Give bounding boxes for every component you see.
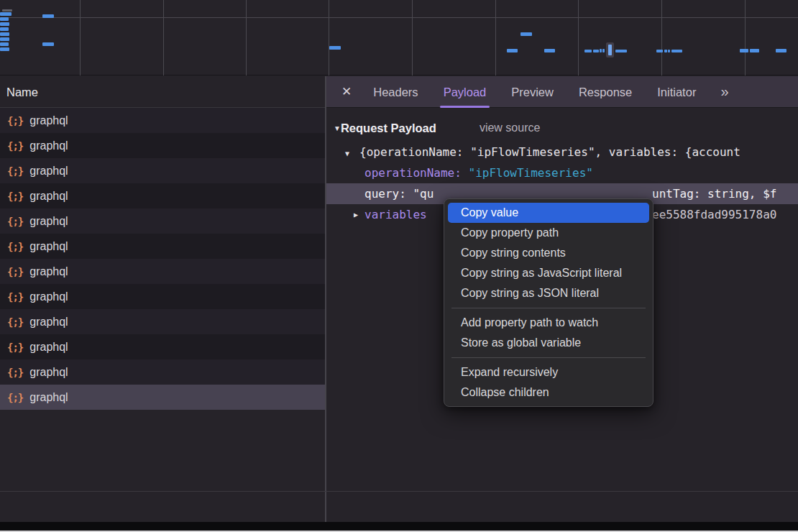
property-value-continued: ee5588fdad995178a0 bbox=[652, 204, 776, 225]
grid-line bbox=[495, 0, 496, 75]
detail-tab-bar: ✕ HeadersPayloadPreviewResponseInitiator… bbox=[326, 76, 798, 108]
waterfall-bar bbox=[0, 47, 9, 51]
menu-item-expand-recursively[interactable]: Expand recursively bbox=[444, 362, 653, 382]
tab-headers[interactable]: Headers bbox=[371, 76, 420, 108]
request-row[interactable]: {;}graphql bbox=[0, 234, 325, 259]
request-name: graphql bbox=[29, 190, 68, 203]
request-list: {;}graphql{;}graphql{;}graphql{;}graphql… bbox=[0, 108, 325, 410]
name-column-header[interactable]: Name bbox=[0, 76, 325, 108]
request-payload-header: ▼Request Payload view source bbox=[326, 117, 798, 139]
request-row[interactable]: {;}graphql bbox=[0, 385, 325, 410]
waterfall-bar bbox=[584, 50, 592, 52]
json-braces-icon: {;} bbox=[7, 216, 23, 227]
request-name: graphql bbox=[29, 114, 68, 127]
bottom-divider bbox=[0, 491, 798, 492]
expand-triangle-icon[interactable]: ▼ bbox=[334, 124, 341, 132]
json-braces-icon: {;} bbox=[7, 341, 23, 353]
menu-separator bbox=[451, 357, 646, 358]
grid-line bbox=[163, 0, 164, 75]
menu-item-copy-string-as-javascript-literal[interactable]: Copy string as JavaScript literal bbox=[444, 263, 653, 283]
expand-triangle-icon[interactable]: ▼ bbox=[345, 143, 359, 162]
json-braces-icon: {;} bbox=[7, 165, 23, 177]
request-row[interactable]: {;}graphql bbox=[0, 183, 325, 208]
property-key: variables bbox=[364, 208, 427, 221]
menu-separator bbox=[451, 308, 646, 308]
close-icon[interactable]: ✕ bbox=[341, 84, 352, 99]
grid-line bbox=[0, 17, 798, 18]
menu-item-copy-string-as-json-literal[interactable]: Copy string as JSON literal bbox=[444, 283, 653, 303]
tab-preview[interactable]: Preview bbox=[509, 76, 556, 108]
waterfall-bar bbox=[600, 49, 602, 52]
menu-item-copy-string-contents[interactable]: Copy string contents bbox=[444, 243, 653, 263]
grid-line bbox=[80, 0, 81, 75]
grid-line bbox=[246, 0, 247, 75]
request-list-panel: Name {;}graphql{;}graphql{;}graphql{;}gr… bbox=[0, 76, 325, 491]
json-braces-icon: {;} bbox=[7, 140, 23, 152]
request-row[interactable]: {;}graphql bbox=[0, 359, 325, 385]
menu-item-copy-property-path[interactable]: Copy property path bbox=[444, 223, 653, 243]
request-row[interactable]: {;}graphql bbox=[0, 133, 325, 158]
request-row[interactable]: {;}graphql bbox=[0, 108, 325, 133]
waterfall-bar bbox=[740, 49, 748, 52]
json-braces-icon: {;} bbox=[7, 266, 23, 278]
object-preview-text: {operationName: "ipFlowTimeseries", vari… bbox=[359, 145, 740, 159]
json-braces-icon: {;} bbox=[7, 115, 23, 127]
menu-item-collapse-children[interactable]: Collapse children bbox=[444, 382, 653, 403]
request-row[interactable]: {;}graphql bbox=[0, 158, 325, 183]
waterfall-bar bbox=[0, 27, 9, 31]
request-name: graphql bbox=[29, 341, 68, 354]
request-name: graphql bbox=[29, 165, 68, 178]
property-value-start: "qu bbox=[413, 187, 434, 201]
json-braces-icon: {;} bbox=[7, 367, 23, 378]
collapse-triangle-icon[interactable]: ▶ bbox=[354, 204, 358, 225]
object-preview-row[interactable]: ▼{operationName: "ipFlowTimeseries", var… bbox=[326, 142, 798, 162]
grid-line bbox=[412, 0, 413, 75]
network-overview-waterfall[interactable] bbox=[0, 0, 798, 75]
property-key: operationName: bbox=[364, 166, 469, 180]
waterfall-bar bbox=[750, 49, 759, 52]
waterfall-bar bbox=[668, 50, 670, 52]
waterfall-bar bbox=[507, 49, 518, 52]
request-row[interactable]: {;}graphql bbox=[0, 259, 325, 284]
grid-line bbox=[578, 0, 579, 75]
waterfall-bar bbox=[593, 50, 599, 52]
request-row[interactable]: {;}graphql bbox=[0, 284, 325, 309]
waterfall-bar bbox=[0, 42, 9, 46]
request-name: graphql bbox=[29, 240, 68, 253]
property-key: query: bbox=[364, 187, 413, 201]
request-row[interactable]: {;}graphql bbox=[0, 334, 325, 359]
request-name: graphql bbox=[29, 391, 68, 404]
waterfall-bar bbox=[520, 32, 532, 36]
waterfall-bar bbox=[0, 37, 9, 41]
json-braces-icon: {;} bbox=[7, 291, 23, 303]
tab-initiator[interactable]: Initiator bbox=[655, 76, 698, 108]
request-name: graphql bbox=[29, 215, 68, 228]
json-braces-icon: {;} bbox=[7, 241, 23, 252]
grid-line bbox=[661, 0, 662, 75]
waterfall-bar bbox=[671, 50, 682, 52]
json-braces-icon: {;} bbox=[7, 191, 23, 202]
tab-payload[interactable]: Payload bbox=[441, 76, 489, 108]
request-name: graphql bbox=[29, 139, 68, 152]
waterfall-bar bbox=[776, 49, 786, 52]
request-name: graphql bbox=[29, 290, 68, 303]
waterfall-bar bbox=[544, 49, 555, 52]
waterfall-bar bbox=[42, 14, 54, 18]
menu-item-copy-value[interactable]: Copy value bbox=[448, 203, 649, 223]
request-name: graphql bbox=[29, 316, 68, 329]
json-braces-icon: {;} bbox=[7, 316, 23, 328]
operation-name-row[interactable]: operationName: "ipFlowTimeseries" bbox=[326, 162, 798, 183]
waterfall-bar bbox=[656, 50, 663, 52]
waterfall-bar bbox=[0, 12, 12, 16]
menu-item-add-property-path-to-watch[interactable]: Add property path to watch bbox=[444, 313, 653, 333]
more-tabs-icon[interactable]: » bbox=[720, 83, 728, 100]
section-title: Request Payload bbox=[341, 121, 436, 135]
tab-response[interactable]: Response bbox=[577, 76, 634, 108]
property-value: "ipFlowTimeseries" bbox=[469, 166, 593, 180]
request-row[interactable]: {;}graphql bbox=[0, 208, 325, 234]
waterfall-bar bbox=[0, 17, 9, 21]
menu-item-store-as-global-variable[interactable]: Store as global variable bbox=[444, 333, 653, 353]
view-source-link[interactable]: view source bbox=[480, 121, 540, 134]
context-menu: Copy valueCopy property pathCopy string … bbox=[444, 198, 653, 407]
request-row[interactable]: {;}graphql bbox=[0, 309, 325, 334]
